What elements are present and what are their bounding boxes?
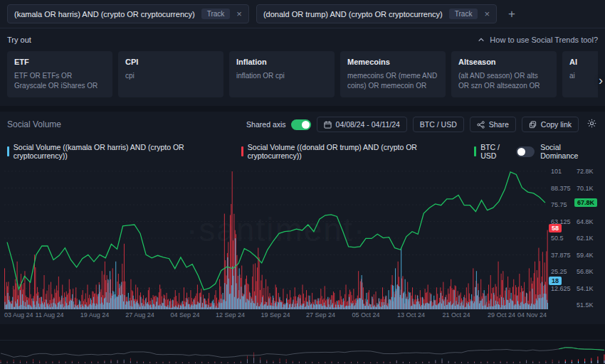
x-axis-label: 19 Aug 24: [80, 311, 110, 318]
help-link-label: How to use Social Trends tool?: [490, 36, 598, 44]
card-query: ETF OR ETFs OR Grayscale OR iShares OR b…: [14, 71, 105, 91]
chevron-right-icon[interactable]: ›: [599, 73, 603, 88]
x-axis-label: 03 Aug 24: [4, 311, 33, 318]
legend-item[interactable]: BTC / USD: [474, 143, 515, 160]
card-title: Memecoins: [347, 58, 438, 66]
card-query: cpi: [125, 71, 216, 91]
tryout-title: Try out: [7, 36, 31, 44]
shared-axis-toggle[interactable]: [291, 119, 311, 130]
x-axis-label: 04 Nov 24: [517, 311, 547, 318]
topbar: (kamala OR harris) AND (crypto OR crypto…: [0, 0, 605, 28]
legend-label: Social Volume ((donald OR trump) AND (cr…: [248, 143, 463, 160]
copy-link-label: Copy link: [541, 120, 572, 129]
section-divider: [0, 106, 605, 112]
x-axis-labels: 03 Aug 2411 Aug 2419 Aug 2427 Aug 2404 S…: [4, 311, 547, 321]
legend-label: Social Volume ((kamala OR harris) AND (c…: [14, 143, 230, 160]
copy-icon: [529, 121, 537, 129]
copy-link-button[interactable]: Copy link: [522, 117, 579, 132]
price-tick: 56.8K: [577, 268, 594, 275]
price-tick: 72.8K: [577, 168, 594, 175]
legend-swatch: [474, 146, 476, 156]
tryout-card-inflation[interactable]: Inflationinflation OR cpi: [229, 51, 335, 97]
price-tick: 51.5K: [577, 301, 594, 309]
card-title: Altseason: [458, 58, 549, 66]
volume-tick: 12.625: [551, 285, 571, 292]
tryout-card-memecoins[interactable]: Memecoinsmemecoins OR (meme AND coins) O…: [340, 51, 446, 97]
price-axis: 72.8K70.1K67.4K64.8K62.1K59.4K56.8K54.1K…: [574, 167, 602, 309]
tryout-card-ai[interactable]: AIai: [562, 51, 598, 97]
close-icon[interactable]: ×: [236, 9, 242, 18]
x-axis-label: 11 Aug 24: [36, 311, 64, 318]
social-dominance-label: Social Dominance: [540, 143, 598, 160]
share-button[interactable]: Share: [470, 117, 516, 132]
date-range-button[interactable]: 04/08/24 - 04/11/24: [317, 117, 407, 132]
tryout-card-cpi[interactable]: CPIcpi: [118, 51, 223, 97]
card-title: Inflation: [236, 58, 327, 66]
x-axis-label: 27 Sep 24: [306, 311, 335, 318]
chevron-up-icon: [478, 36, 485, 43]
volume-tick: 50.5: [551, 235, 564, 242]
card-title: AI: [569, 58, 598, 66]
volume-tick: 25.25: [551, 268, 567, 275]
price-tick: 70.1K: [577, 185, 594, 192]
toggle-knob: [302, 121, 310, 129]
x-axis-label: 04 Sep 24: [170, 311, 199, 318]
x-axis-label: 05 Oct 24: [352, 311, 379, 318]
share-label: Share: [489, 120, 509, 129]
query-chip[interactable]: (kamala OR harris) AND (crypto OR crypto…: [7, 4, 249, 23]
volume-tick: 101: [551, 168, 562, 175]
price-tick: 54.1K: [577, 285, 594, 292]
add-query-button[interactable]: +: [504, 7, 520, 21]
latest-price-badge: 67.8K: [574, 198, 597, 207]
help-link[interactable]: How to use Social Trends tool?: [478, 36, 598, 44]
volume-tick: 37.875: [551, 252, 571, 259]
social-volume-axis: 10188.37575.7563.12550.537.87525.2512.62…: [548, 167, 574, 309]
tryout-card-etf[interactable]: ETFETF OR ETFs OR Grayscale OR iShares O…: [7, 51, 112, 97]
query-text: (donald OR trump) AND (crypto OR cryptoc…: [263, 10, 443, 18]
x-axis-label: 12 Sep 24: [216, 311, 245, 318]
price-tick: 64.8K: [577, 218, 594, 225]
chart-panel: Social Volume Shared axis 04/08/24 - 04/…: [0, 112, 605, 324]
legend-item[interactable]: Social Volume ((donald OR trump) AND (cr…: [241, 143, 463, 160]
price-tick: 62.1K: [577, 235, 594, 242]
query-text: (kamala OR harris) AND (crypto OR crypto…: [14, 10, 195, 18]
legend-swatch: [7, 146, 9, 156]
x-axis-label: 19 Sep 24: [261, 311, 290, 318]
tryout-card-altseason[interactable]: Altseason(alt AND season) OR alts OR szn…: [451, 51, 557, 97]
chart-title: Social Volume: [7, 119, 241, 129]
tryout-cards: ETFETF OR ETFs OR Grayscale OR iShares O…: [7, 51, 598, 97]
card-query: (alt AND season) OR alts OR szn OR altse…: [458, 71, 549, 91]
chart-header: Social Volume Shared axis 04/08/24 - 04/…: [0, 112, 605, 137]
x-axis-label: 29 Oct 24: [488, 311, 515, 318]
x-axis-label: 21 Oct 24: [442, 311, 470, 318]
card-title: ETF: [14, 58, 105, 66]
track-button[interactable]: Track: [201, 9, 231, 19]
shared-axis-label: Shared axis: [246, 120, 285, 129]
toggle-knob: [517, 148, 525, 156]
close-icon[interactable]: ×: [484, 9, 490, 18]
legend-label: BTC / USD: [480, 143, 515, 160]
card-title: CPI: [125, 58, 216, 66]
price-tick: 59.4K: [577, 252, 594, 259]
x-axis-label: 13 Oct 24: [397, 311, 425, 318]
chart-navigator[interactable]: [0, 340, 605, 364]
track-button[interactable]: Track: [449, 9, 478, 19]
chart-area: ·santiment· 10188.37575.7563.12550.537.8…: [4, 167, 602, 309]
x-axis-label: 27 Aug 24: [125, 311, 154, 318]
social-dominance-toggle[interactable]: [516, 146, 535, 157]
card-query: inflation OR cpi: [236, 71, 327, 91]
query-chips: (kamala OR harris) AND (crypto OR crypto…: [7, 4, 497, 23]
calendar-icon: [324, 121, 332, 129]
latest-value-badge-blue: 18: [549, 277, 562, 285]
query-chip[interactable]: (donald OR trump) AND (crypto OR cryptoc…: [256, 4, 497, 23]
settings-gear-icon[interactable]: [586, 117, 598, 132]
legend-item[interactable]: Social Volume ((kamala OR harris) AND (c…: [7, 143, 230, 160]
asset-pair-button[interactable]: BTC / USD: [413, 117, 464, 132]
volume-tick: 75.75: [551, 201, 567, 208]
main-chart[interactable]: ·santiment·: [4, 167, 548, 309]
card-query: ai: [569, 71, 598, 91]
asset-pair-label: BTC / USD: [420, 120, 457, 129]
date-range-label: 04/08/24 - 04/11/24: [336, 120, 400, 129]
legend-swatch: [241, 146, 243, 156]
volume-tick: 88.375: [551, 185, 571, 192]
